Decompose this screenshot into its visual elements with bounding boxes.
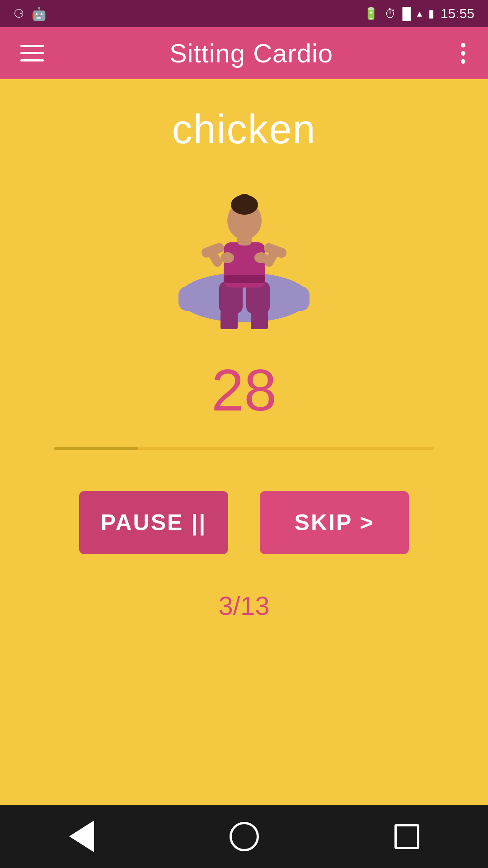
exercise-illustration [154,175,334,329]
svg-point-20 [254,252,268,263]
app-title: Sitting Cardio [169,38,333,68]
back-icon [69,821,94,852]
android-icon: 🤖 [31,6,47,21]
app-bar: Sitting Cardio [0,27,488,79]
exercise-name: chicken [172,106,316,153]
svg-point-14 [237,194,252,207]
menu-button[interactable] [20,45,44,61]
action-buttons: PAUSE || SKIP > [79,491,409,554]
recents-button[interactable] [389,818,425,854]
status-bar: ⚆ 🤖 🔋 ⏱ █ ▴ ▮ 15:55 [0,0,488,27]
more-options-button[interactable] [459,38,468,68]
skip-button[interactable]: SKIP > [260,491,409,554]
exercise-counter: 3/13 [219,590,270,621]
home-button[interactable] [226,818,262,854]
svg-rect-9 [224,275,265,283]
progress-bar-fill [54,447,138,450]
signal-icon: ▴ [417,8,422,19]
pause-button[interactable]: PAUSE || [79,491,228,554]
vibrate-icon: 🔋 [364,7,378,21]
back-button[interactable] [63,818,99,854]
recents-icon [394,824,419,849]
progress-bar [54,447,434,450]
battery-icon: ▮ [428,7,434,20]
image-icon: ⚆ [14,7,24,21]
alarm-icon: ⏱ [385,7,396,21]
svg-rect-1 [178,286,310,311]
wifi-icon: █ [403,7,411,21]
bottom-navigation [0,805,488,868]
svg-point-19 [221,252,234,263]
status-bar-left-icons: ⚆ 🤖 [14,6,47,21]
home-icon [230,822,259,851]
status-time: 15:55 [441,6,474,21]
exercise-count: 28 [211,356,277,424]
status-bar-right-icons: 🔋 ⏱ █ ▴ ▮ 15:55 [364,6,475,21]
main-content: chicken [0,79,488,805]
